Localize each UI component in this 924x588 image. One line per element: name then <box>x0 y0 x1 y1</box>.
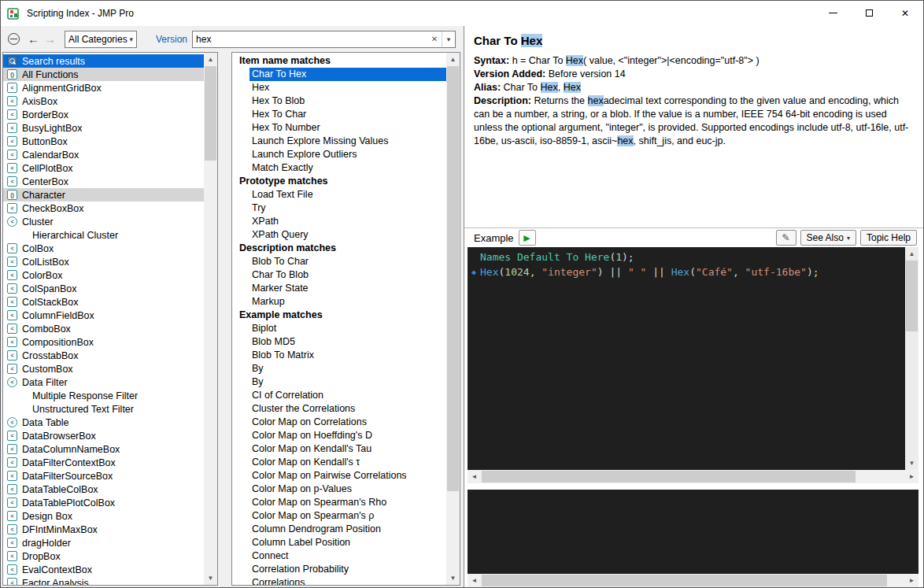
clear-search-icon[interactable]: ✕ <box>427 35 442 43</box>
forward-button[interactable]: → <box>42 31 58 48</box>
category-list-scrollbar[interactable]: ▲ ▼ <box>204 53 217 585</box>
search-history-dropdown[interactable]: ▾ <box>442 31 455 47</box>
category-item-cluster[interactable]: <Cluster <box>3 215 204 228</box>
category-item-datafiltersourcebox[interactable]: <DataFilterSourceBox <box>3 469 204 483</box>
category-item-factor-analysis[interactable]: <Factor Analysis <box>3 576 204 585</box>
category-item-collistbox[interactable]: <ColListBox <box>3 255 204 268</box>
category-item-all-functions[interactable]: ()All Functions <box>3 68 204 81</box>
match-item-by[interactable]: By <box>249 362 446 375</box>
scroll-up-icon[interactable]: ▲ <box>204 53 217 66</box>
category-item-colorbox[interactable]: <ColorBox <box>3 268 204 282</box>
match-item-load-text-file[interactable]: Load Text File <box>249 188 446 202</box>
scroll-up-icon[interactable]: ▲ <box>446 53 460 66</box>
editor-vertical-scrollbar[interactable]: ▲ ▼ <box>905 247 918 470</box>
category-item-colspanbox[interactable]: <ColSpanBox <box>3 282 204 295</box>
scroll-left-icon[interactable]: ◄ <box>468 470 481 483</box>
match-item-hex-to-blob[interactable]: Hex To Blob <box>249 94 446 108</box>
category-item-character[interactable]: ()Character <box>3 188 204 202</box>
category-item-compositionbox[interactable]: <CompositionBox <box>3 335 204 349</box>
category-item-datatablecolbox[interactable]: <DataTableColBox <box>3 483 204 496</box>
scrollbar-thumb[interactable] <box>447 66 459 491</box>
match-item-ci-of-correlation[interactable]: CI of Correlation <box>249 389 446 402</box>
match-item-by[interactable]: By <box>249 375 446 389</box>
match-item-markup[interactable]: Markup <box>249 295 446 309</box>
scrollbar-thumb[interactable] <box>482 575 887 586</box>
category-item-unstructured-text-filter[interactable]: Unstructured Text Filter <box>3 402 204 416</box>
category-item-evalcontextbox[interactable]: <EvalContextBox <box>3 563 204 576</box>
category-item-databrowserbox[interactable]: <DataBrowserBox <box>3 429 204 442</box>
match-item-blob-to-char[interactable]: Blob To Char <box>249 255 446 268</box>
match-item-column-label-position[interactable]: Column Label Position <box>249 536 446 549</box>
match-list-scrollbar[interactable]: ▲ ▼ <box>446 53 460 585</box>
scroll-up-icon[interactable]: ▲ <box>905 247 918 261</box>
close-button[interactable]: ✕ <box>887 1 923 25</box>
category-item-axisbox[interactable]: <AxisBox <box>3 94 204 108</box>
category-item-centerbox[interactable]: <CenterBox <box>3 175 204 188</box>
category-item-dfintminmaxbox[interactable]: <DFIntMinMaxBox <box>3 523 204 536</box>
scroll-right-icon[interactable]: ► <box>905 470 918 483</box>
category-item-borderbox[interactable]: <BorderBox <box>3 108 204 121</box>
match-item-biplot[interactable]: Biplot <box>249 322 446 335</box>
output-horizontal-scrollbar[interactable]: ◄ ► <box>468 574 918 587</box>
category-item-datatableplotcolbox[interactable]: <DataTablePlotColBox <box>3 496 204 509</box>
editor-horizontal-scrollbar[interactable]: ◄ ► <box>468 470 918 483</box>
topic-help-button[interactable]: Topic Help <box>860 230 917 246</box>
category-item-search-results[interactable]: Search results <box>3 54 204 68</box>
match-item-match-exactly[interactable]: Match Exactly <box>249 161 446 175</box>
scrollbar-thumb[interactable] <box>482 471 856 483</box>
category-item-checkboxbox[interactable]: <CheckBoxBox <box>3 202 204 215</box>
match-item-correlations[interactable]: Correlations <box>249 576 446 585</box>
match-item-cluster-the-correlations[interactable]: Cluster the Correlations <box>249 402 446 416</box>
category-item-alignmentgridbox[interactable]: <AlignmentGridBox <box>3 81 204 94</box>
match-item-hex[interactable]: Hex <box>249 81 446 94</box>
category-item-data-table[interactable]: <Data Table <box>3 416 204 429</box>
match-item-color-map-on-pairwise-correlations[interactable]: Color Map on Pairwise Correlations <box>249 469 446 483</box>
match-item-color-map-on-correlations[interactable]: Color Map on Correlations <box>249 416 446 429</box>
example-code-editor[interactable]: Names Default To Here(1);◆Hex(1024, "int… <box>468 247 918 470</box>
match-item-launch-explore-outliers[interactable]: Launch Explore Outliers <box>249 148 446 161</box>
category-item-hierarchical-cluster[interactable]: Hierarchical Cluster <box>3 228 204 242</box>
see-also-button[interactable]: See Also▾ <box>800 230 856 246</box>
scroll-down-icon[interactable]: ▼ <box>204 571 217 585</box>
match-item-marker-state[interactable]: Marker State <box>249 282 446 295</box>
match-item-xpath[interactable]: XPath <box>249 215 446 228</box>
scroll-down-icon[interactable]: ▼ <box>905 457 918 470</box>
category-item-datafiltercontextbox[interactable]: <DataFilterContextBox <box>3 456 204 469</box>
scroll-right-icon[interactable]: ► <box>905 574 918 587</box>
match-item-hex-to-char[interactable]: Hex To Char <box>249 108 446 121</box>
category-item-multiple-response-filter[interactable]: Multiple Response Filter <box>3 389 204 402</box>
match-item-launch-explore-missing-values[interactable]: Launch Explore Missing Values <box>249 135 446 148</box>
category-item-cellplotbox[interactable]: <CellPlotBox <box>3 161 204 175</box>
scrollbar-thumb[interactable] <box>906 261 918 331</box>
match-item-char-to-blob[interactable]: Char To Blob <box>249 268 446 282</box>
match-item-color-map-on-kendall-s-tau[interactable]: Color Map on Kendall's Tau <box>249 442 446 456</box>
version-link[interactable]: Version <box>156 34 187 45</box>
match-item-correlation-probability[interactable]: Correlation Probability <box>249 563 446 576</box>
category-item-combobox[interactable]: <ComboBox <box>3 322 204 335</box>
category-item-datacolumnnamebox[interactable]: <DataColumnNameBox <box>3 442 204 456</box>
category-item-calendarbox[interactable]: <CalendarBox <box>3 148 204 161</box>
minimize-button[interactable] <box>815 1 851 25</box>
scroll-left-icon[interactable]: ◄ <box>468 574 481 587</box>
category-dropdown[interactable]: All Categories ▾ <box>65 31 137 48</box>
category-item-buttonbox[interactable]: <ButtonBox <box>3 135 204 148</box>
category-item-design-box[interactable]: <Design Box <box>3 509 204 523</box>
category-item-dropbox[interactable]: <DropBox <box>3 549 204 563</box>
scrollbar-thumb[interactable] <box>205 66 216 161</box>
category-item-crosstabbox[interactable]: <CrosstabBox <box>3 349 204 362</box>
match-item-color-map-on-kendall-s[interactable]: Color Map on Kendall's τ <box>249 456 446 469</box>
example-output-panel[interactable] <box>468 490 918 574</box>
category-item-data-filter[interactable]: <Data Filter <box>3 375 204 389</box>
category-item-busylightbox[interactable]: <BusyLightBox <box>3 121 204 135</box>
match-item-blob-to-matrix[interactable]: Blob To Matrix <box>249 349 446 362</box>
match-item-connect[interactable]: Connect <box>249 549 446 563</box>
search-input[interactable] <box>193 32 427 46</box>
category-item-dragholder[interactable]: <dragHolder <box>3 536 204 549</box>
match-item-blob-md5[interactable]: Blob MD5 <box>249 335 446 349</box>
category-item-columnfieldbox[interactable]: <ColumnFieldBox <box>3 309 204 322</box>
match-item-color-map-on-hoeffding-s-d[interactable]: Color Map on Hoeffding's D <box>249 429 446 442</box>
maximize-button[interactable] <box>851 1 887 25</box>
match-item-char-to-hex[interactable]: Char To Hex <box>249 68 446 81</box>
category-item-colstackbox[interactable]: <ColStackBox <box>3 295 204 309</box>
match-item-color-map-on-p-values[interactable]: Color Map on p-Values <box>249 483 446 496</box>
